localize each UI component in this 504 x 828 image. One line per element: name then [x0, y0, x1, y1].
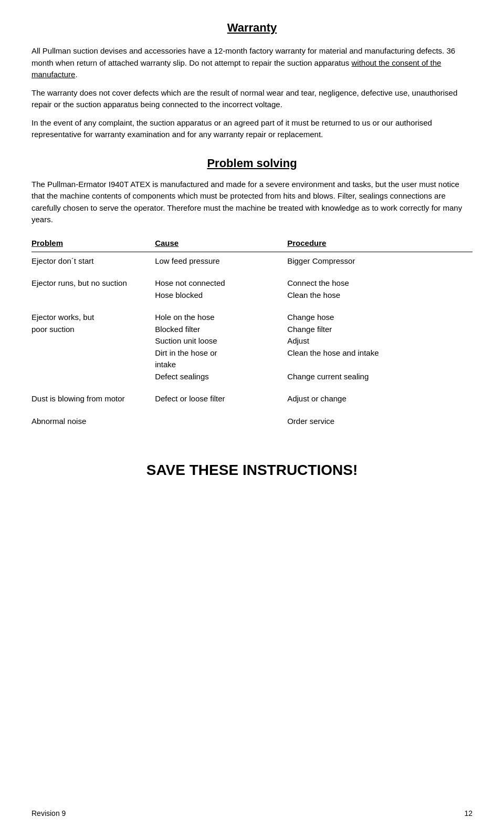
row2-procedure: Connect the hoseClean the hose [287, 270, 472, 304]
row2-problem: Ejector runs, but no suction [32, 270, 155, 304]
row4-cause: Defect or loose filter [155, 386, 287, 408]
row3-problem: Ejector works, butpoor suction [32, 304, 155, 386]
warranty-para2: The warranty does not cover defects whic… [32, 87, 472, 111]
page: Warranty All Pullman suction devises and… [0, 0, 504, 828]
row2-cause: Hose not connectedHose blocked [155, 270, 287, 304]
row4-problem: Dust is blowing from motor [32, 386, 155, 408]
warranty-underline: without the consent of the manufacture [32, 58, 441, 79]
table-row: Ejector works, butpoor suction Hole on t… [32, 304, 472, 386]
row5-problem: Abnormal noise [32, 408, 155, 431]
row1-cause: Low feed pressure [155, 252, 287, 270]
footer-revision: Revision 9 [32, 809, 66, 817]
row1-problem: Ejector don´t start [32, 252, 155, 270]
row3-procedure: Change hoseChange filterAdjustClean the … [287, 304, 472, 386]
table-row: Abnormal noise Order service [32, 408, 472, 431]
warranty-title: Warranty [32, 21, 472, 35]
warranty-section: All Pullman suction devises and accessor… [32, 45, 472, 141]
problem-table: Problem Cause Procedure Ejector don´t st… [32, 236, 472, 431]
problem-solving-intro: The Pullman-Ermator I940T ATEX is manufa… [32, 179, 472, 226]
table-row: Dust is blowing from motor Defect or loo… [32, 386, 472, 408]
warranty-para1: All Pullman suction devises and accessor… [32, 45, 472, 81]
problem-solving-title: Problem solving [32, 157, 472, 170]
header-problem: Problem [32, 236, 155, 252]
row5-cause [155, 408, 287, 431]
row1-procedure: Bigger Compressor [287, 252, 472, 270]
table-row: Ejector don´t start Low feed pressure Bi… [32, 252, 472, 270]
row5-procedure: Order service [287, 408, 472, 431]
row4-procedure: Adjust or change [287, 386, 472, 408]
footer-page-number: 12 [464, 809, 472, 817]
header-cause: Cause [155, 236, 287, 252]
header-procedure: Procedure [287, 236, 472, 252]
row3-cause: Hole on the hoseBlocked filterSuction un… [155, 304, 287, 386]
table-header-row: Problem Cause Procedure [32, 236, 472, 252]
warranty-para3: In the event of any complaint, the sucti… [32, 117, 472, 141]
footer: Revision 9 12 [32, 809, 472, 817]
save-instructions: SAVE THESE INSTRUCTIONS! [32, 462, 472, 479]
table-row: Ejector runs, but no suction Hose not co… [32, 270, 472, 304]
